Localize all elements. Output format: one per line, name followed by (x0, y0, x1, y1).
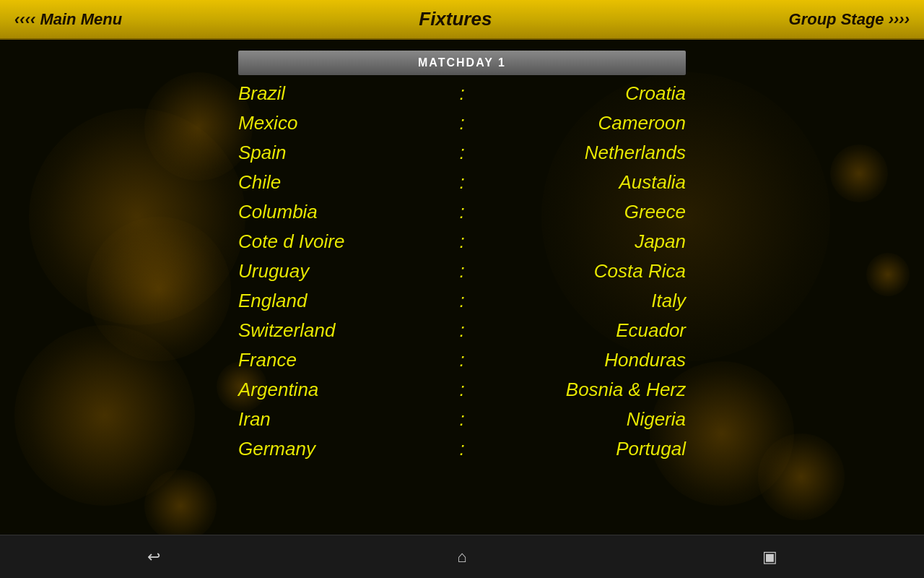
home-icon: ⌂ (457, 548, 466, 566)
fixture-row[interactable]: Germany:Portugal (238, 434, 686, 464)
fixture-row[interactable]: Cote d Ivoire:Japan (238, 227, 686, 256)
team-away: Croatia (484, 82, 686, 105)
team-home: Argentina (238, 379, 440, 401)
back-icon: ↩ (147, 548, 160, 566)
fixture-separator: : (448, 438, 476, 460)
recents-icon: ▣ (762, 548, 777, 566)
fixture-separator: : (448, 260, 476, 282)
team-away: Netherlands (484, 142, 686, 164)
team-away: Bosnia & Herz (484, 379, 686, 401)
team-home: France (238, 349, 440, 371)
fixture-separator: : (448, 319, 476, 342)
team-home: Cote d Ivoire (238, 230, 440, 253)
team-home: Chile (238, 171, 440, 194)
fixture-row[interactable]: Uruguay:Costa Rica (238, 256, 686, 286)
main-content: MATCHDAY 1 Brazil:CroatiaMexico:Cameroon… (0, 40, 924, 535)
team-away: Austalia (484, 171, 686, 194)
team-away: Costa Rica (484, 260, 686, 282)
fixture-separator: : (448, 230, 476, 253)
team-away: Italy (484, 290, 686, 312)
fixture-row[interactable]: Iran:Nigeria (238, 405, 686, 434)
fixture-separator: : (448, 408, 476, 431)
team-away: Ecuador (484, 319, 686, 342)
team-home: Spain (238, 142, 440, 164)
bottom-navigation-bar: ↩ ⌂ ▣ (0, 535, 924, 578)
top-navigation-bar: ‹‹‹‹ Main Menu Fixtures Group Stage ›››› (0, 0, 924, 40)
team-home: Brazil (238, 82, 440, 105)
matchday-container: MATCHDAY 1 Brazil:CroatiaMexico:Cameroon… (238, 51, 686, 464)
fixture-row[interactable]: Argentina:Bosnia & Herz (238, 375, 686, 405)
fixture-separator: : (448, 379, 476, 401)
matchday-title: MATCHDAY 1 (418, 56, 506, 69)
team-home: Mexico (238, 112, 440, 134)
fixture-separator: : (448, 142, 476, 164)
team-home: Uruguay (238, 260, 440, 282)
fixture-separator: : (448, 349, 476, 371)
team-away: Japan (484, 230, 686, 253)
group-stage-button[interactable]: Group Stage ›››› (789, 10, 910, 29)
team-home: Columbia (238, 201, 440, 223)
back-button[interactable]: ↩ (132, 543, 175, 571)
fixture-row[interactable]: Columbia:Greece (238, 197, 686, 227)
page-title: Fixtures (419, 8, 492, 30)
team-home: Iran (238, 408, 440, 431)
fixture-row[interactable]: Spain:Netherlands (238, 138, 686, 168)
team-home: Switzerland (238, 319, 440, 342)
fixture-row[interactable]: England:Italy (238, 286, 686, 316)
team-away: Portugal (484, 438, 686, 460)
fixtures-list: Brazil:CroatiaMexico:CameroonSpain:Nethe… (238, 79, 686, 464)
recents-button[interactable]: ▣ (749, 543, 792, 571)
team-home: England (238, 290, 440, 312)
fixture-separator: : (448, 171, 476, 194)
fixture-row[interactable]: Chile:Austalia (238, 168, 686, 197)
home-button[interactable]: ⌂ (440, 543, 484, 571)
fixture-row[interactable]: Brazil:Croatia (238, 79, 686, 108)
fixture-separator: : (448, 201, 476, 223)
team-home: Germany (238, 438, 440, 460)
fixture-row[interactable]: France:Honduras (238, 345, 686, 375)
fixture-separator: : (448, 290, 476, 312)
team-away: Nigeria (484, 408, 686, 431)
team-away: Honduras (484, 349, 686, 371)
fixture-separator: : (448, 82, 476, 105)
team-away: Greece (484, 201, 686, 223)
team-away: Cameroon (484, 112, 686, 134)
main-menu-button[interactable]: ‹‹‹‹ Main Menu (14, 10, 122, 29)
matchday-header: MATCHDAY 1 (238, 51, 686, 75)
fixture-row[interactable]: Switzerland:Ecuador (238, 316, 686, 345)
fixture-row[interactable]: Mexico:Cameroon (238, 108, 686, 138)
fixture-separator: : (448, 112, 476, 134)
